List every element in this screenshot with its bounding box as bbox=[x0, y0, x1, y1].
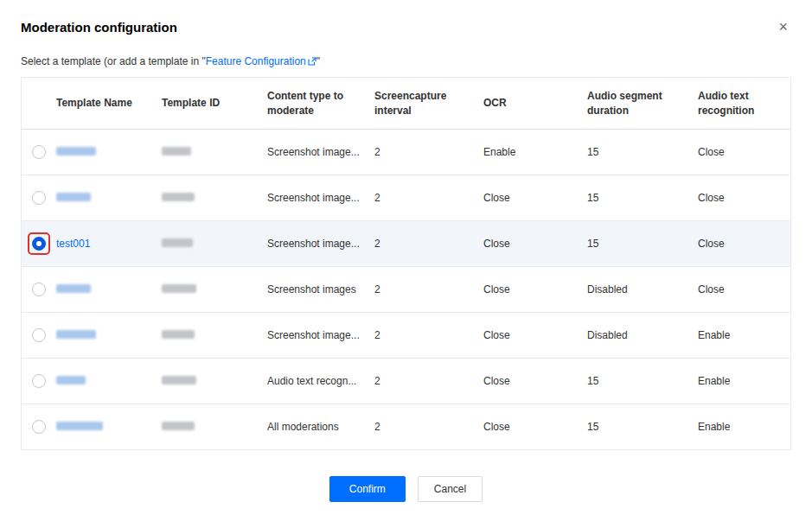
template-name-cell bbox=[56, 370, 162, 392]
template-id-cell bbox=[162, 187, 267, 209]
audio-text-recognition-cell: Close bbox=[698, 141, 790, 163]
screencapture-interval-cell: 2 bbox=[374, 370, 483, 392]
ocr-cell: Close bbox=[483, 324, 587, 346]
hint-suffix: " bbox=[316, 55, 320, 67]
redacted-template-id bbox=[162, 147, 191, 156]
template-radio[interactable] bbox=[32, 328, 46, 342]
hint-prefix: Select a template (or add a template in … bbox=[21, 55, 206, 67]
external-link-icon bbox=[308, 56, 316, 68]
template-id-cell bbox=[162, 370, 267, 392]
col-header-audio-text-recognition: Audio text recognition bbox=[698, 84, 790, 122]
screencapture-interval-cell: 2 bbox=[374, 141, 483, 163]
screencapture-interval-cell: 2 bbox=[374, 187, 483, 209]
col-header-screencapture-interval: Screencapture interval bbox=[374, 84, 483, 122]
template-radio[interactable] bbox=[32, 145, 46, 159]
template-radio[interactable] bbox=[32, 237, 46, 251]
cancel-button[interactable]: Cancel bbox=[418, 476, 483, 502]
col-header-ocr: OCR bbox=[483, 91, 587, 115]
template-radio[interactable] bbox=[32, 420, 46, 434]
radio-annotation-box bbox=[29, 234, 48, 253]
template-radio[interactable] bbox=[32, 374, 46, 388]
ocr-cell: Close bbox=[483, 370, 587, 392]
audio-segment-duration-cell: 15 bbox=[587, 187, 698, 209]
audio-segment-duration-cell: 15 bbox=[587, 232, 698, 255]
col-header-audio-segment-duration: Audio segment duration bbox=[587, 84, 698, 122]
radio-annotation-box bbox=[29, 280, 48, 299]
redacted-template-name bbox=[56, 376, 86, 384]
redacted-template-id bbox=[162, 330, 195, 339]
table-row[interactable]: All moderations 2 Close 15 Enable bbox=[22, 404, 790, 450]
screencapture-interval-cell: 2 bbox=[374, 416, 483, 438]
table-body: Screenshot image... 2 Enable 15 Close Sc… bbox=[22, 130, 790, 450]
dialog-header: Moderation configuration × bbox=[0, 0, 812, 48]
audio-segment-duration-cell: 15 bbox=[587, 416, 698, 438]
ocr-cell: Close bbox=[483, 187, 587, 209]
redacted-template-name bbox=[56, 422, 103, 430]
audio-text-recognition-cell: Enable bbox=[698, 370, 790, 392]
template-name-cell bbox=[56, 187, 162, 209]
screencapture-interval-cell: 2 bbox=[374, 278, 483, 301]
template-select-hint: Select a template (or add a template in … bbox=[0, 48, 812, 77]
col-header-template-id: Template ID bbox=[162, 91, 267, 115]
template-name-cell bbox=[56, 141, 162, 163]
template-radio[interactable] bbox=[32, 191, 46, 205]
table-row[interactable]: Screenshot image... 2 Close Disabled Ena… bbox=[22, 313, 790, 359]
template-radio[interactable] bbox=[32, 283, 46, 296]
ocr-cell: Close bbox=[483, 416, 587, 438]
content-type-cell: All moderations bbox=[267, 416, 374, 438]
template-id-cell bbox=[162, 416, 267, 438]
redacted-template-name bbox=[56, 330, 96, 339]
redacted-template-name bbox=[56, 147, 96, 156]
screencapture-interval-cell: 2 bbox=[374, 324, 483, 346]
template-name-cell: test001 bbox=[56, 232, 162, 255]
radio-annotation-box bbox=[29, 188, 48, 207]
template-id-cell bbox=[162, 232, 267, 255]
confirm-button[interactable]: Confirm bbox=[329, 476, 406, 502]
template-table: Template Name Template ID Content type t… bbox=[21, 77, 791, 450]
template-id-cell bbox=[162, 324, 267, 346]
audio-segment-duration-cell: 15 bbox=[587, 141, 698, 163]
redacted-template-id bbox=[162, 193, 195, 201]
audio-text-recognition-cell: Close bbox=[698, 187, 790, 209]
content-type-cell: Screenshot image... bbox=[267, 324, 374, 346]
audio-text-recognition-cell: Close bbox=[698, 232, 790, 255]
feature-configuration-link[interactable]: Feature Configuration bbox=[206, 55, 316, 67]
redacted-template-id bbox=[162, 284, 196, 293]
ocr-cell: Close bbox=[483, 232, 587, 255]
audio-segment-duration-cell: Disabled bbox=[587, 278, 698, 301]
ocr-cell: Close bbox=[483, 278, 587, 301]
redacted-template-id bbox=[162, 238, 193, 247]
radio-annotation-box bbox=[29, 143, 48, 162]
radio-annotation-box bbox=[29, 372, 48, 391]
content-type-cell: Screenshot images bbox=[267, 278, 374, 301]
radio-annotation-box bbox=[29, 326, 48, 345]
audio-text-recognition-cell: Enable bbox=[698, 324, 790, 346]
template-name-cell bbox=[56, 324, 162, 346]
table-row[interactable]: Audio text recogn... 2 Close 15 Enable bbox=[22, 359, 790, 404]
template-id-cell bbox=[162, 141, 267, 163]
table-row[interactable]: Screenshot image... 2 Enable 15 Close bbox=[22, 130, 790, 175]
table-row[interactable]: Screenshot image... 2 Close 15 Close bbox=[22, 175, 790, 221]
redacted-template-id bbox=[162, 422, 195, 430]
table-row[interactable]: Screenshot images 2 Close Disabled Close bbox=[22, 267, 790, 313]
redacted-template-id bbox=[162, 376, 196, 384]
redacted-template-name bbox=[56, 193, 91, 201]
table-header-row: Template Name Template ID Content type t… bbox=[22, 78, 790, 130]
col-header-content-type: Content type to moderate bbox=[267, 84, 374, 122]
screencapture-interval-cell: 2 bbox=[374, 232, 483, 255]
table-row[interactable]: test001 Screenshot image... 2 Close 15 C… bbox=[22, 221, 790, 267]
redacted-template-name bbox=[56, 284, 91, 293]
col-header-template-name: Template Name bbox=[56, 91, 162, 115]
feature-configuration-link-label: Feature Configuration bbox=[206, 55, 306, 67]
dialog-footer: Confirm Cancel bbox=[0, 476, 812, 502]
audio-text-recognition-cell: Enable bbox=[698, 416, 790, 438]
template-name-text: test001 bbox=[56, 238, 90, 250]
moderation-configuration-dialog: Moderation configuration × Select a temp… bbox=[0, 0, 812, 521]
template-name-cell bbox=[56, 278, 162, 301]
content-type-cell: Screenshot image... bbox=[267, 232, 374, 255]
radio-annotation-box bbox=[29, 417, 48, 436]
audio-segment-duration-cell: 15 bbox=[587, 370, 698, 392]
close-icon[interactable]: × bbox=[775, 17, 791, 36]
template-id-cell bbox=[162, 278, 267, 301]
audio-segment-duration-cell: Disabled bbox=[587, 324, 698, 346]
